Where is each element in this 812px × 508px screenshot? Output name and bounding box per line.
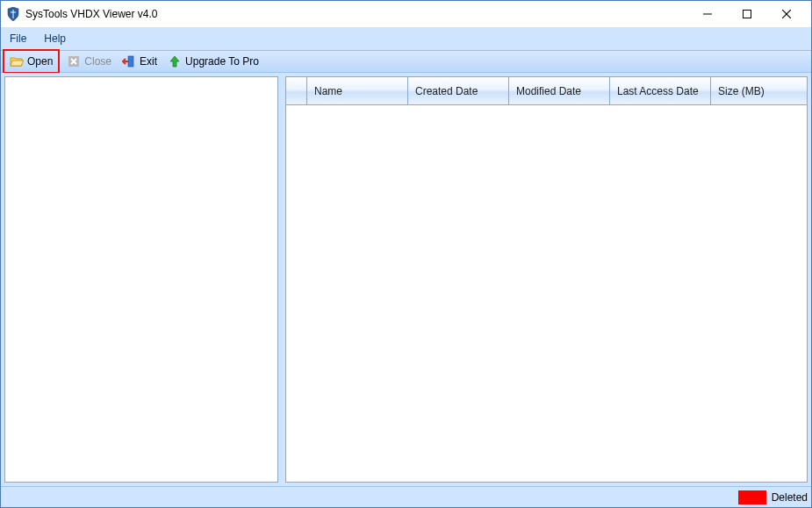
close-file-button: Close bbox=[63, 52, 115, 71]
minimize-button[interactable] bbox=[687, 2, 727, 26]
column-checkbox[interactable] bbox=[286, 77, 307, 104]
upgrade-button[interactable]: Upgrade To Pro bbox=[164, 52, 262, 71]
open-button-highlight: Open bbox=[3, 49, 60, 74]
column-last-access-date[interactable]: Last Access Date bbox=[610, 77, 711, 104]
deleted-color-swatch bbox=[738, 490, 766, 504]
svg-rect-7 bbox=[128, 56, 133, 67]
titlebar: SysTools VHDX Viewer v4.0 bbox=[1, 1, 811, 27]
app-window: SysTools VHDX Viewer v4.0 File Help bbox=[0, 0, 812, 508]
folder-open-icon bbox=[10, 54, 24, 68]
exit-button[interactable]: Exit bbox=[119, 52, 161, 71]
column-modified-date[interactable]: Modified Date bbox=[509, 77, 610, 104]
window-title: SysTools VHDX Viewer v4.0 bbox=[25, 8, 158, 20]
menu-file[interactable]: File bbox=[10, 32, 26, 45]
exit-label: Exit bbox=[140, 55, 157, 68]
app-icon bbox=[6, 7, 20, 21]
close-button[interactable] bbox=[766, 2, 806, 26]
tree-pane[interactable] bbox=[4, 76, 278, 483]
close-label: Close bbox=[84, 55, 111, 68]
close-file-icon bbox=[67, 54, 81, 68]
upgrade-icon bbox=[168, 54, 182, 68]
exit-icon bbox=[122, 54, 136, 68]
toolbar: Open Close Exit bbox=[1, 50, 811, 73]
open-button[interactable]: Open bbox=[6, 52, 56, 71]
statusbar: Deleted bbox=[1, 486, 811, 507]
column-size[interactable]: Size (MB) bbox=[711, 77, 807, 104]
menubar: File Help bbox=[1, 27, 811, 50]
column-created-date[interactable]: Created Date bbox=[408, 77, 509, 104]
menu-help[interactable]: Help bbox=[44, 32, 66, 45]
maximize-button[interactable] bbox=[727, 2, 766, 26]
grid-header: Name Created Date Modified Date Last Acc… bbox=[286, 77, 807, 105]
upgrade-label: Upgrade To Pro bbox=[185, 55, 259, 68]
grid-body[interactable] bbox=[286, 105, 807, 482]
deleted-legend-label: Deleted bbox=[772, 491, 808, 504]
list-pane: Name Created Date Modified Date Last Acc… bbox=[285, 76, 808, 483]
column-name[interactable]: Name bbox=[307, 77, 408, 104]
open-label: Open bbox=[27, 55, 53, 68]
svg-rect-1 bbox=[743, 11, 751, 18]
content-area: Name Created Date Modified Date Last Acc… bbox=[1, 73, 811, 486]
